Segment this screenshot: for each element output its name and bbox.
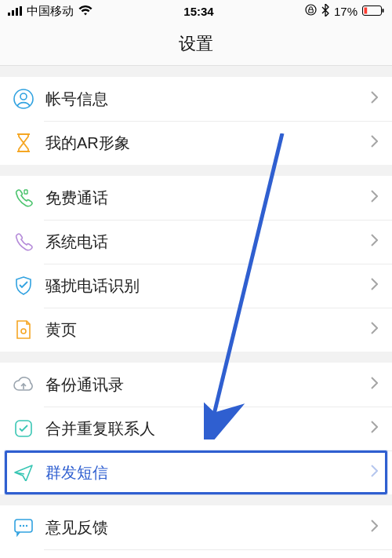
svg-point-9	[20, 93, 27, 100]
status-bar-left: 中国移动	[8, 4, 93, 19]
chevron-right-icon	[370, 520, 379, 535]
row-yellow-pages[interactable]: 黄页	[0, 308, 392, 352]
row-label: 帐号信息	[45, 89, 359, 110]
chevron-right-icon	[370, 421, 379, 436]
send-icon	[13, 461, 34, 483]
row-free-call[interactable]: 免费通话	[0, 176, 392, 220]
chevron-right-icon	[370, 135, 379, 151]
svg-point-14	[23, 525, 24, 527]
page-icon	[13, 319, 34, 341]
svg-rect-1	[12, 10, 14, 16]
row-backup-contacts[interactable]: 备份通讯录	[0, 363, 392, 407]
row-label: 意见反馈	[45, 517, 359, 538]
svg-point-15	[26, 525, 27, 527]
svg-rect-3	[20, 6, 22, 16]
status-bar-right: 17%	[305, 4, 384, 19]
chevron-right-icon	[370, 278, 379, 294]
svg-rect-0	[8, 13, 10, 16]
battery-percent: 17%	[334, 5, 358, 18]
chat-icon	[13, 516, 34, 538]
row-label: 我的AR形象	[45, 133, 359, 154]
status-bar-time: 15:34	[183, 5, 213, 18]
chevron-right-icon	[370, 190, 379, 206]
row-label: 免费通话	[45, 188, 359, 209]
bluetooth-icon	[321, 4, 329, 19]
page-title: 设置	[179, 32, 213, 56]
row-feedback[interactable]: 意见反馈	[0, 505, 392, 549]
merge-check-icon	[13, 418, 34, 439]
chevron-right-icon	[370, 234, 379, 250]
phone-free-icon	[13, 187, 34, 209]
svg-rect-7	[383, 9, 384, 13]
carrier-label: 中国移动	[27, 4, 74, 19]
row-merge-contacts[interactable]: 合并重复联系人	[0, 407, 392, 450]
status-bar: 中国移动 15:34 17%	[0, 0, 392, 22]
shield-icon	[13, 275, 34, 297]
row-label: 骚扰电话识别	[45, 275, 359, 297]
settings-group-phone: 免费通话 系统电话 骚扰电话识别 黄页	[0, 176, 392, 352]
cloud-upload-icon	[13, 374, 34, 396]
row-ar-avatar[interactable]: 我的AR形象	[0, 121, 392, 165]
battery-icon	[362, 5, 384, 18]
row-system-phone[interactable]: 系统电话	[0, 220, 392, 264]
row-label: 合并重复联系人	[45, 418, 359, 439]
row-label: 群发短信	[45, 462, 359, 483]
svg-rect-6	[365, 7, 368, 13]
row-about[interactable]: 关于 NEW	[0, 549, 392, 558]
orientation-lock-icon	[305, 4, 317, 18]
page-header: 设置	[0, 22, 392, 66]
row-label: 系统电话	[45, 232, 359, 253]
row-account-info[interactable]: 帐号信息	[0, 77, 392, 121]
signal-icon	[8, 5, 22, 18]
person-icon	[13, 88, 34, 110]
phone-icon	[13, 231, 34, 253]
chevron-right-icon	[370, 377, 379, 392]
chevron-right-icon	[370, 91, 379, 107]
wifi-icon	[78, 5, 93, 18]
row-label: 黄页	[45, 319, 359, 341]
svg-point-10	[21, 329, 26, 334]
settings-group-misc: 意见反馈 关于 NEW	[0, 505, 392, 558]
chevron-right-icon	[370, 322, 379, 337]
hourglass-icon	[13, 132, 34, 154]
settings-group-account: 帐号信息 我的AR形象	[0, 77, 392, 165]
chevron-right-icon	[370, 465, 379, 480]
svg-point-13	[20, 525, 21, 527]
settings-group-contacts: 备份通讯录 合并重复联系人 群发短信	[0, 363, 392, 494]
svg-rect-2	[16, 8, 18, 16]
row-spam-detect[interactable]: 骚扰电话识别	[0, 264, 392, 308]
row-bulk-sms[interactable]: 群发短信	[0, 450, 392, 494]
row-label: 备份通讯录	[45, 374, 359, 396]
